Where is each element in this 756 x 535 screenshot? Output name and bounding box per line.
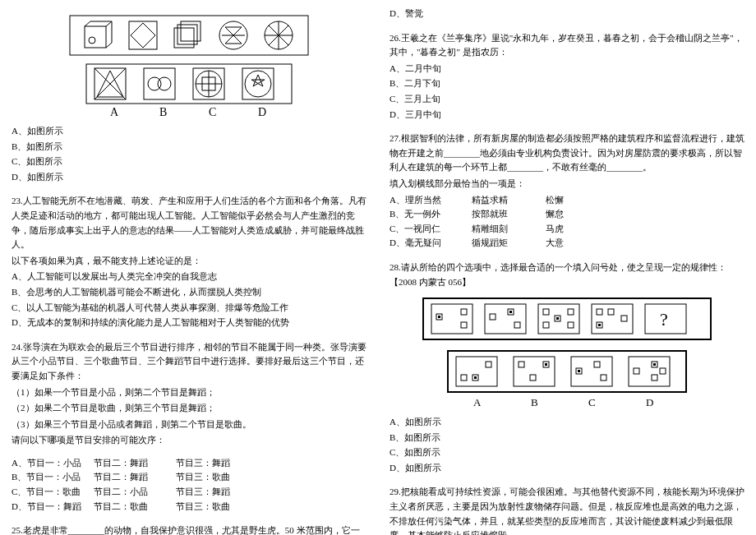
svg-rect-56 [568, 309, 574, 315]
q24-cond2: （2）如果二个节目是歌曲，则第三个节目是舞蹈； [12, 401, 366, 416]
q28-opt-c: C、如图所示 [390, 445, 744, 460]
q22-options: A、如图所示 B、如图所示 C、如图所示 D、如图所示 [12, 124, 366, 184]
q25-opt-d-cont: D、警觉 [390, 7, 744, 21]
q28-body: 请从所给的四个选项中，选择最合适的一个填入问号处，使之呈现一定的规律性：【200… [390, 262, 726, 287]
svg-point-26 [148, 77, 161, 90]
question-27: 27.根据智利的法律，所有新房屋的制造都必须按照严格的建筑程序和监督流程进行，建… [390, 131, 744, 251]
q25-num: 25. [12, 525, 23, 535]
q27-num: 27. [390, 133, 401, 143]
q23-opt-c: C、以人工智能为基础的机器人可代替人类从事探测、排爆等危险工作 [12, 301, 366, 316]
question-25: 25.老虎是非常________的动物，自我保护意识很强，尤其是野生虎。50 米… [12, 523, 366, 535]
q29-num: 29. [390, 487, 401, 496]
q27-c-2: 精雕细刻 [472, 222, 546, 237]
question-22-figures: A B C D A、如图所示 B、如图所示 C、如图所示 D、如图所示 [12, 12, 366, 184]
q22-opt-c: C、如图所示 [12, 155, 366, 169]
q28-num: 28. [390, 262, 401, 272]
q24-row-b: B、节目一：小品节目二：舞蹈节目三：歌曲 [12, 470, 366, 485]
svg-rect-71 [486, 362, 491, 367]
svg-rect-50 [514, 322, 520, 328]
q24-b-2: 节目二：舞蹈 [94, 470, 176, 485]
svg-text:D: D [646, 396, 653, 408]
svg-rect-60 [608, 309, 614, 315]
svg-rect-76 [530, 375, 536, 380]
svg-text:A: A [473, 396, 482, 408]
q24-d-1: D、节目一：舞蹈 [12, 500, 94, 514]
svg-rect-86 [652, 375, 657, 380]
svg-rect-43 [438, 316, 440, 318]
svg-text:A: A [110, 106, 119, 118]
q24-row-c: C、节目一：歌曲节目二：小品节目三：舞蹈 [12, 485, 366, 500]
svg-text:C: C [209, 106, 216, 118]
svg-rect-68 [461, 375, 467, 380]
svg-rect-63 [621, 316, 627, 321]
question-24: 24.张导演在为联欢会的最后三个节目进行排序，相邻的节目不能属于同一种类。张导演… [12, 340, 366, 514]
svg-marker-9 [131, 23, 155, 48]
q24-a-2: 节目二：舞蹈 [94, 456, 176, 471]
svg-marker-35 [251, 75, 265, 86]
svg-text:D: D [258, 106, 266, 118]
q24-num: 24. [12, 342, 23, 352]
q27-row-d: D、毫无疑问循规蹈矩大意 [390, 236, 744, 251]
q28-opt-d: D、如图所示 [390, 461, 744, 476]
q24-d-3: 节目三：歌曲 [176, 500, 258, 514]
q28-figure-top: ? [390, 294, 744, 344]
svg-text:C: C [588, 396, 596, 408]
figure-bottom-row: A B C D [12, 62, 366, 119]
q28-opt-a: A、如图所示 [390, 415, 744, 430]
svg-rect-73 [519, 362, 524, 367]
q25-body: 老虎是非常________的动物，自我保护意识很强，尤其是野生虎。50 米范围内… [12, 525, 360, 535]
svg-text:?: ? [660, 309, 668, 330]
q24-row-a: A、节目一：小品节目二：舞蹈节目三：舞蹈 [12, 456, 366, 471]
q23-opt-b: B、会思考的人工智能机器可能会不断进化，从而摆脱人类控制 [12, 285, 366, 300]
q27-c-1: C、一视同仁 [390, 222, 472, 237]
svg-rect-46 [485, 304, 526, 334]
svg-rect-25 [144, 68, 175, 99]
q24-a-1: A、节目一：小品 [12, 456, 94, 471]
svg-rect-87 [660, 368, 666, 374]
svg-rect-83 [634, 368, 639, 374]
svg-rect-79 [578, 370, 580, 372]
q27-d-2: 循规蹈矩 [472, 236, 546, 251]
svg-rect-59 [597, 309, 602, 315]
q27-row-c: C、一视同仁精雕细刻马虎 [390, 222, 744, 237]
svg-rect-8 [129, 21, 157, 49]
svg-rect-1 [85, 26, 106, 48]
svg-rect-44 [461, 309, 467, 315]
svg-rect-62 [598, 324, 601, 326]
svg-rect-70 [474, 376, 477, 379]
q24-c-1: C、节目一：歌曲 [12, 485, 94, 500]
q25-opt-d: D、警觉 [390, 7, 744, 21]
question-29: 29.把核能看成可持续性资源，可能会很困难。与其他替代资源不同，核能长期为环境保… [390, 485, 744, 535]
q27-prompt: 填入划横线部分最恰当的一项是： [390, 177, 744, 191]
svg-line-3 [106, 21, 112, 26]
svg-rect-55 [556, 317, 559, 320]
q22-opt-a: A、如图所示 [12, 124, 366, 139]
svg-rect-82 [629, 357, 670, 386]
q22-opt-d: D、如图所示 [12, 170, 366, 185]
q28-figure-bottom: A B C D [390, 348, 744, 410]
svg-rect-49 [509, 311, 512, 313]
question-23: 23.人工智能无所不在地潜藏、萌发、产生和应用于人们生活的各个方面和各个角落。凡… [12, 194, 366, 330]
svg-rect-72 [514, 357, 555, 386]
q24-cond3: （3）如果三个节目是小品或者舞蹈，则第二个节目是歌曲。 [12, 417, 366, 432]
q27-row-b: B、无一例外按部就班懈怠 [390, 207, 744, 222]
q24-cond1: （1）如果一个节目是小品，则第二个节目是舞蹈； [12, 385, 366, 400]
q27-row-a: A、理所当然精益求精松懈 [390, 193, 744, 208]
svg-line-6 [106, 43, 112, 48]
svg-rect-41 [431, 304, 472, 334]
q27-a-3: 松懈 [546, 193, 603, 208]
svg-rect-85 [653, 363, 656, 366]
q24-b-3: 节目三：歌曲 [176, 470, 258, 485]
right-column: D、警觉 26.王羲之在《兰亭集序》里说"永和九年，岁在癸丑，暮春之初，会于会稽… [378, 0, 756, 535]
q26-body: 王羲之在《兰亭集序》里说"永和九年，岁在癸丑，暮春之初，会于会稽山阴之兰亭"，其… [390, 33, 743, 58]
q27-c-3: 马虎 [546, 222, 603, 237]
q24-c-3: 节目三：舞蹈 [176, 485, 258, 500]
q24-d-2: 节目二：歌曲 [94, 500, 176, 514]
q26-opt-b: B、二月下旬 [390, 76, 744, 91]
svg-rect-45 [461, 322, 467, 328]
q27-b-3: 懈怠 [546, 207, 603, 222]
q23-body: 人工智能无所不在地潜藏、萌发、产生和应用于人们生活的各个方面和各个角落。凡有人类… [12, 196, 366, 249]
q26-opt-d: D、三月中旬 [390, 108, 744, 122]
svg-rect-75 [545, 363, 547, 366]
q23-num: 23. [12, 196, 23, 205]
